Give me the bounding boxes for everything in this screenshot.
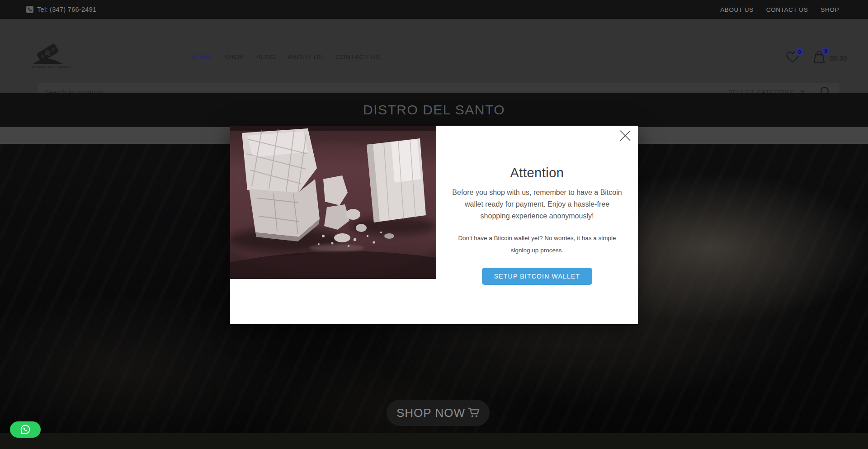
whatsapp-icon: [20, 424, 31, 435]
modal-note: Don't have a Bitcoin wallet yet? No worr…: [449, 232, 625, 256]
page: Tel: (347) 766-2491 ABOUT US CONTACT US …: [0, 0, 868, 449]
modal-heading: Attention: [510, 165, 564, 180]
modal-paragraph: Before you shop with us, remember to hav…: [450, 187, 624, 222]
modal-product-photo: [230, 126, 436, 279]
whatsapp-chat-button[interactable]: [10, 421, 41, 438]
modal-content: Attention Before you shop with us, remem…: [436, 126, 638, 324]
attention-modal: Attention Before you shop with us, remem…: [230, 126, 638, 324]
setup-bitcoin-wallet-button[interactable]: SETUP BITCOIN WALLET: [482, 268, 592, 285]
